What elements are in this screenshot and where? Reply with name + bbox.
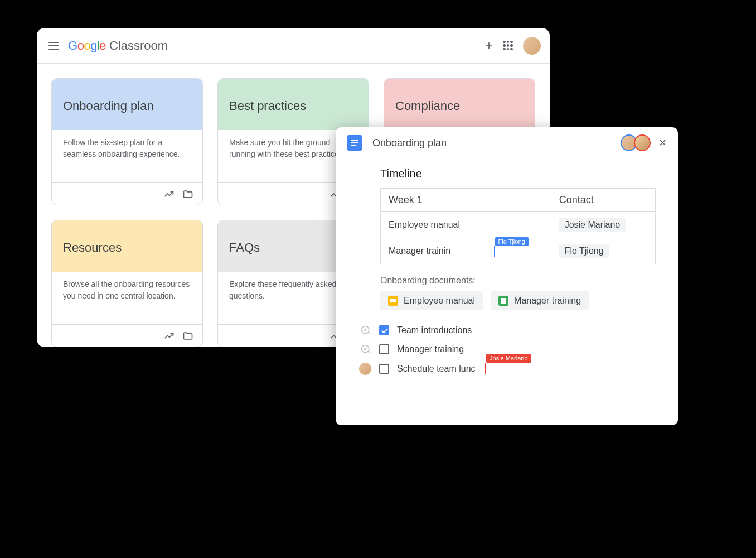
class-card-onboarding[interactable]: Onboarding plan Follow the six-step plan… xyxy=(51,78,203,205)
card-title: Resources xyxy=(63,240,122,255)
card-header: Resources xyxy=(52,220,202,272)
card-footer xyxy=(52,182,202,205)
table-cell[interactable]: Josie Mariano xyxy=(551,212,655,238)
section-label: Onboarding documents: xyxy=(380,276,656,286)
document-chips: Employee manual Manager training xyxy=(380,291,656,310)
add-check-icon[interactable] xyxy=(360,325,371,336)
contact-chip[interactable]: Josie Mariano xyxy=(559,218,626,232)
checklist-item[interactable]: Schedule team lunc Josie Mariano xyxy=(380,363,656,375)
user-avatar[interactable] xyxy=(523,37,541,55)
table-cell[interactable]: Manager trainin Flo Tjiong xyxy=(381,238,551,264)
checkbox[interactable] xyxy=(379,344,389,354)
card-title: Best practices xyxy=(229,99,306,113)
checkbox[interactable] xyxy=(379,325,389,335)
checklist: Team introductions Manager training Sche… xyxy=(380,325,656,375)
class-card-resources[interactable]: Resources Browse all the onboarding reso… xyxy=(51,220,203,347)
collaborator-avatar-mini xyxy=(359,363,371,375)
apps-grid-icon[interactable] xyxy=(503,41,513,51)
checklist-item[interactable]: Manager training xyxy=(380,344,656,355)
table-cell[interactable]: Contact xyxy=(551,189,655,212)
add-icon[interactable]: + xyxy=(485,39,493,52)
card-header: Best practices xyxy=(218,79,369,130)
docs-body: Timeline Week 1 Contact Employee manual … xyxy=(336,158,678,425)
add-check-icon[interactable] xyxy=(360,344,371,355)
timeline-table: Week 1 Contact Employee manual Josie Mar… xyxy=(380,188,656,264)
google-logo: Google xyxy=(68,39,106,53)
table-cell[interactable]: Employee manual xyxy=(381,212,551,238)
card-title: FAQs xyxy=(229,240,260,255)
checklist-label: Team introductions xyxy=(397,325,472,335)
close-icon[interactable]: ✕ xyxy=(656,134,669,151)
analytics-icon[interactable] xyxy=(163,330,175,341)
table-cell[interactable]: Flo Tjiong xyxy=(551,238,655,264)
analytics-icon[interactable] xyxy=(163,189,175,200)
collaborator-avatars[interactable] xyxy=(621,134,651,151)
menu-icon[interactable] xyxy=(48,42,59,50)
docs-app-icon xyxy=(347,135,362,151)
collab-cursor-flo: Flo Tjiong xyxy=(495,237,529,246)
card-desc: Follow the six-step plan for a seamless … xyxy=(52,130,202,182)
folder-icon[interactable] xyxy=(182,189,193,200)
collaborator-avatar[interactable] xyxy=(634,134,651,151)
sheets-icon xyxy=(498,296,508,306)
card-header: Compliance xyxy=(384,79,535,130)
checklist-label: Schedule team lunc Josie Mariano xyxy=(397,364,476,374)
table-cell[interactable]: Week 1 xyxy=(381,189,551,212)
classroom-topbar: Google Classroom + xyxy=(37,28,550,64)
card-title: Onboarding plan xyxy=(63,99,154,113)
docs-topbar: Onboarding plan ✕ xyxy=(336,127,678,158)
collab-cursor-josie: Josie Mariano xyxy=(486,354,531,363)
folder-icon[interactable] xyxy=(182,330,193,341)
docs-window: Onboarding plan ✕ Timeline Week 1 Contac… xyxy=(336,127,678,425)
checklist-item[interactable]: Team introductions xyxy=(380,325,656,336)
checkbox[interactable] xyxy=(379,364,389,374)
contact-chip[interactable]: Flo Tjiong xyxy=(559,244,609,258)
app-name: Classroom xyxy=(109,39,168,53)
card-header: Onboarding plan xyxy=(52,79,202,130)
card-footer xyxy=(52,324,202,347)
slides-icon xyxy=(388,296,398,306)
card-title: Compliance xyxy=(395,99,460,113)
card-desc: Browse all the onboarding resources you … xyxy=(52,272,202,324)
checklist-label: Manager training xyxy=(397,344,464,354)
docs-title: Onboarding plan xyxy=(372,137,447,149)
doc-chip-employee-manual[interactable]: Employee manual xyxy=(380,291,483,310)
doc-chip-manager-training[interactable]: Manager training xyxy=(491,291,589,310)
timeline-heading: Timeline xyxy=(380,167,656,180)
